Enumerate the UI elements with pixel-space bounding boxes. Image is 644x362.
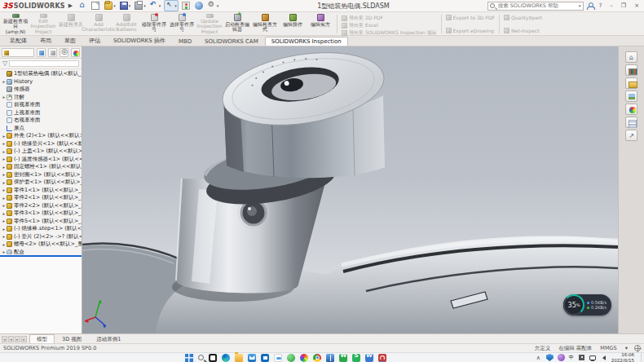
quick-toolbar-button[interactable]: ▾ [207,1,220,11]
panel-tab-icon[interactable] [37,48,46,57]
command-tab[interactable]: 草图 [58,35,82,46]
feature-tree-item[interactable]: ▸ 零件5<1> (默认<<默认>_显示状态 [0,218,82,226]
tab-scroll-arrow[interactable]: ◂ [8,336,14,342]
command-tab[interactable]: 装配体 [3,35,33,46]
task-pane-tab-icon[interactable]: ⌂ [625,51,637,63]
task-pane-tab-icon[interactable]: ↗ [625,130,637,141]
ribbon-button[interactable]: Add/Edit Balloons [112,13,140,35]
quick-toolbar-button[interactable] [181,1,192,11]
service-menu-item[interactable]: Net-Inspect [504,28,542,33]
panel-tab-icon[interactable] [60,48,68,57]
ribbon-button[interactable]: 编辑实方 [307,13,334,35]
taskbar-app-button[interactable] [198,353,204,362]
ribbon-button[interactable]: 启动检查编辑器 [223,13,251,35]
task-pane-tab-icon[interactable] [625,104,637,115]
feature-tree-item[interactable]: 上视基准面 [0,109,82,117]
search-dropdown-icon[interactable]: ▾ [579,3,581,8]
feature-tree-item[interactable]: ▸ (-) 绝缘棒.step<1> (默认<<默认> [0,225,82,233]
tab-scroll-arrow[interactable]: ◂ [2,336,7,342]
dropdown-arrow-icon[interactable]: ▾ [143,3,146,8]
command-tab[interactable]: SOLIDWORKS Inspection [265,37,348,46]
taskbar-app-button[interactable] [300,353,308,362]
recorder-overlay[interactable]: 35% 0.5KB/s 0.2KB/s [563,294,611,316]
feature-tree-item[interactable]: ▸ 零件2<1> (默认<<默认>_显示状 [0,194,82,202]
taskbar-app-button[interactable] [185,353,193,362]
feature-tree-item[interactable]: ▸ (-) 温度传感器<1> (默认<<默认>_ [0,156,82,164]
export-menu-item[interactable]: 导出至 2D PDF [342,15,437,22]
feature-tree-item[interactable]: ▸ History [0,78,82,86]
feature-tree-item[interactable]: ▸ 零件3<1> (默认<<默认>_显示状 [0,210,82,218]
tray-chevron-icon[interactable] [535,354,542,361]
export-menu-item[interactable]: 导出至 SOLIDWORKS Inspection 项目 [342,29,437,37]
export-menu-item[interactable]: 导出至 Excel [342,22,437,29]
feature-tree-item[interactable]: ▸ (-) 垫片 (2)<2> ->? (默认<<默认> [0,233,82,241]
command-tab[interactable]: SOLIDWORKS CAM [198,37,265,46]
tray-volume-icon[interactable] [600,354,607,361]
ribbon-button[interactable]: 新建检查表 [57,13,85,35]
tab-scroll-arrow[interactable]: ▸ [21,336,27,342]
quick-toolbar-button[interactable] [194,1,205,11]
feature-tree-item[interactable]: ▸ 零件2<2> (默认<<默认>_显示状 [0,202,82,210]
command-tab[interactable]: 评估 [82,35,107,46]
ribbon-button[interactable]: Update Inspection Project [196,13,223,35]
ribbon-button[interactable]: 编辑操作 [279,13,307,35]
dropdown-arrow-icon[interactable]: ▾ [217,3,219,8]
taskbar-clock[interactable]: 16:06 2022/8/15 [611,352,634,362]
taskbar-app-button[interactable] [274,353,282,362]
feature-tree-item[interactable]: ▸ 零件1<1> (默认<<默认>_显示状态 [0,187,82,195]
feature-tree-item[interactable]: 1型铠装热电偶 (默认<默认_显示状态-1 [0,70,82,78]
taskbar-app-button[interactable] [326,353,334,362]
login-user-icon[interactable] [587,2,593,9]
model-view-tab[interactable]: 运动算例1 [89,334,128,343]
taskbar-app-button[interactable] [235,353,243,362]
tray-grid-icon[interactable] [578,354,585,361]
quick-toolbar-button[interactable] [77,1,88,11]
model-view-tab[interactable]: 模型 [29,334,55,343]
feature-tree-item[interactable]: 右视基准面 [0,117,82,125]
dropdown-arrow-icon[interactable]: ▾ [113,3,116,8]
command-tab[interactable]: 布局 [33,35,58,46]
feature-tree-item[interactable]: ▸ 配合 [0,249,82,255]
feature-tree-item[interactable]: ▸ 外壳 (2)<1> (默认<<默认>_显示状 [0,132,82,140]
feature-tree-item[interactable]: ▸ (-) 上盖<1> (默认<<默认>_显示状 [0,148,82,156]
menu-flyout-arrow[interactable]: ▶ [68,2,73,9]
graphics-viewport[interactable]: 35% 0.5KB/s 0.2KB/s [82,46,618,333]
task-pane-tab-icon[interactable] [625,117,637,128]
taskbar-app-button[interactable] [209,353,217,362]
status-item[interactable]: 在编辑 装配体 [558,345,592,352]
tab-scroll-arrow[interactable]: ▸ [15,336,20,342]
taskbar-app-button[interactable] [313,353,321,362]
dropdown-arrow-icon[interactable]: ▾ [129,3,131,8]
search-input[interactable] [496,2,577,10]
dropdown-arrow-icon[interactable]: ▾ [159,3,161,8]
ribbon-button[interactable]: 移除零件序号 [140,13,168,35]
task-pane-tab-icon[interactable] [625,77,637,89]
model-canvas[interactable] [82,46,618,333]
feature-tree-item[interactable]: ▸ (-) 绝缘垫片<1> (默认<<默认>_显 [0,140,82,148]
tray-defender-icon[interactable] [546,354,554,361]
ribbon-button[interactable]: 选择零件序号 [168,13,196,35]
quick-toolbar-button[interactable]: ▾ [134,1,147,11]
close-button[interactable]: × [632,2,642,9]
status-item[interactable]: ▾ [625,345,628,351]
feature-tree-item[interactable]: ▸ 密封圈<1> (默认<<默认>_显示状 [0,171,82,179]
taskbar-app-button[interactable] [352,353,360,362]
service-menu-item[interactable]: QualityXpert [504,15,542,20]
panel-tab-icon[interactable] [71,48,80,57]
feature-tree-item[interactable]: ▸ 固定螺栓<1> (默认<<默认>_显示 [0,163,82,171]
recorder-progress-circle[interactable]: 35% [563,294,584,316]
ribbon-button[interactable]: Edit Inspection Project [29,13,57,35]
filter-funnel-icon[interactable]: ▽ [2,60,7,67]
command-tab[interactable]: SOLIDWORKS 插件 [107,35,172,46]
export-menu-item[interactable]: Export to 3D PDF [446,15,496,20]
export-menu-item[interactable]: Export eDrawing [446,28,496,33]
taskbar-app-button[interactable] [378,353,386,362]
status-item[interactable]: MMGS [600,345,616,351]
restore-button[interactable]: ❐ [619,2,629,9]
quick-toolbar-button[interactable]: ▾ [164,0,179,11]
tray-display-icon[interactable] [589,355,596,360]
feature-tree-item[interactable]: ▸ 注解 [0,94,82,102]
status-globe-icon[interactable] [634,345,641,351]
feature-tree-item[interactable]: ▸ 保护套<1> (默认<<默认>_显示状 [0,179,82,187]
quick-toolbar-button[interactable]: ▾ [119,1,132,11]
